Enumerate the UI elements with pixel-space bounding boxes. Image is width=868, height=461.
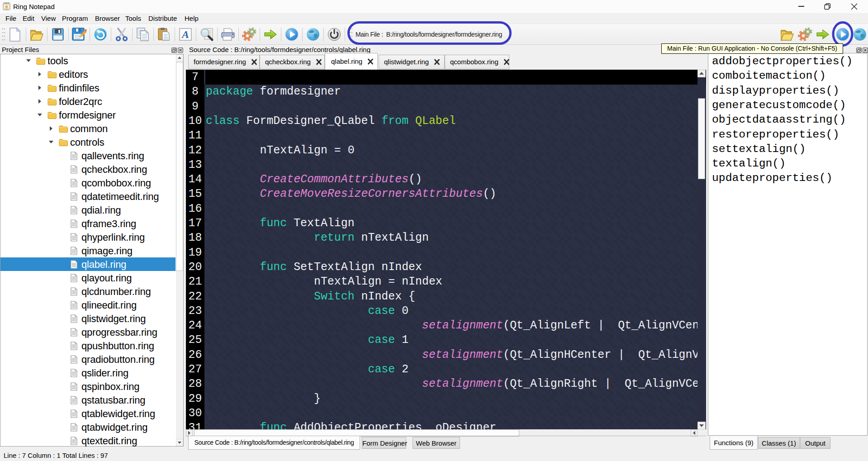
svg-text:A: A <box>181 29 189 40</box>
